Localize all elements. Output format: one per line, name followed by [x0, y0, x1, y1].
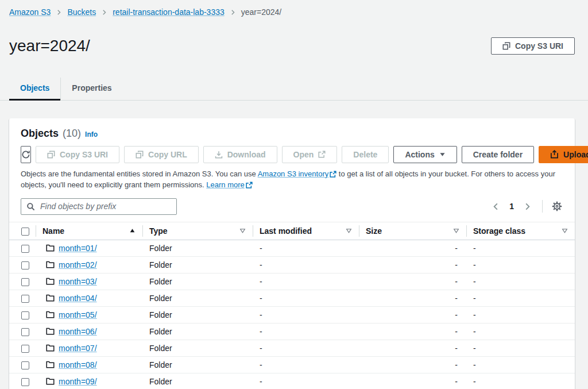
objects-table: Name Type Last modified Size	[9, 222, 575, 389]
caret-down-icon	[439, 151, 446, 157]
folder-icon	[46, 377, 55, 386]
sort-icon	[562, 228, 568, 234]
row-checkbox[interactable]	[21, 245, 29, 253]
upload-icon	[550, 150, 559, 159]
last-modified-cell: -	[253, 323, 359, 340]
create-folder-button[interactable]: Create folder	[462, 146, 534, 163]
size-cell: -	[359, 323, 466, 340]
column-header-name[interactable]: Name	[36, 222, 142, 240]
open-button[interactable]: Open	[282, 146, 338, 163]
row-checkbox[interactable]	[21, 345, 29, 353]
search-input[interactable]	[39, 201, 171, 211]
type-cell: Folder	[142, 373, 253, 389]
divider	[542, 200, 543, 213]
storage-class-cell: -	[466, 323, 575, 340]
table-row: month=02/ Folder - - -	[9, 256, 575, 273]
tab-objects[interactable]: Objects	[9, 78, 60, 100]
copy-icon	[136, 151, 144, 159]
breadcrumb: Amazon S3 Buckets retail-transaction-dat…	[0, 0, 588, 17]
sort-icon	[453, 228, 459, 234]
panel-title: Objects	[21, 128, 59, 140]
type-cell: Folder	[142, 273, 253, 290]
previous-page-button[interactable]	[489, 200, 502, 213]
copy-icon	[47, 151, 55, 159]
folder-icon	[46, 344, 55, 352]
object-link[interactable]: month=06/	[59, 327, 97, 336]
breadcrumb-link-bucket-name[interactable]: retail-transaction-data-lab-3333	[113, 7, 225, 17]
size-cell: -	[359, 373, 466, 389]
gear-icon	[552, 201, 562, 211]
type-cell: Folder	[142, 306, 253, 323]
chevron-right-icon	[230, 9, 236, 16]
pagination: 1	[489, 200, 563, 213]
external-link-icon	[246, 182, 253, 188]
breadcrumb-link-amazon-s3[interactable]: Amazon S3	[9, 7, 51, 17]
row-checkbox[interactable]	[21, 378, 29, 386]
select-all-checkbox[interactable]	[21, 228, 29, 236]
storage-class-cell: -	[466, 373, 575, 389]
download-button[interactable]: Download	[203, 146, 277, 163]
last-modified-cell: -	[253, 273, 359, 290]
info-link[interactable]: Info	[85, 130, 98, 138]
tab-properties[interactable]: Properties	[60, 78, 122, 100]
row-checkbox[interactable]	[21, 311, 29, 319]
column-header-storage-class[interactable]: Storage class	[466, 222, 575, 240]
row-checkbox[interactable]	[21, 295, 29, 303]
upload-button[interactable]: Upload	[539, 146, 588, 163]
page-title: year=2024/	[9, 37, 90, 55]
table-row: month=06/ Folder - - -	[9, 323, 575, 340]
chevron-right-icon	[523, 202, 532, 211]
copy-url-button[interactable]: Copy URL	[124, 146, 199, 163]
storage-class-cell: -	[466, 273, 575, 290]
folder-icon	[46, 244, 55, 252]
copy-s3-uri-button[interactable]: Copy S3 URI	[36, 146, 119, 163]
sort-ascending-icon	[129, 228, 136, 234]
s3-inventory-link[interactable]: Amazon S3 inventory	[258, 170, 337, 178]
search-icon	[26, 202, 35, 211]
actions-button[interactable]: Actions	[393, 146, 457, 163]
object-count: (10)	[63, 128, 81, 140]
last-modified-cell: -	[253, 240, 359, 256]
type-cell: Folder	[142, 356, 253, 373]
current-page[interactable]: 1	[505, 202, 519, 211]
object-link[interactable]: month=08/	[59, 360, 97, 369]
delete-button[interactable]: Delete	[342, 146, 389, 163]
column-header-size[interactable]: Size	[359, 222, 466, 240]
object-link[interactable]: month=07/	[59, 344, 97, 353]
sort-icon	[346, 228, 352, 234]
copy-s3-uri-header-button[interactable]: Copy S3 URI	[491, 37, 575, 55]
next-page-button[interactable]	[521, 200, 534, 213]
sort-icon	[239, 228, 246, 234]
object-link[interactable]: month=09/	[59, 377, 97, 386]
column-header-last-modified[interactable]: Last modified	[253, 222, 359, 240]
row-checkbox[interactable]	[21, 261, 29, 269]
folder-icon	[46, 327, 55, 336]
last-modified-cell: -	[253, 256, 359, 273]
learn-more-link[interactable]: Learn more	[206, 180, 252, 189]
type-cell: Folder	[142, 323, 253, 340]
type-cell: Folder	[142, 290, 253, 306]
object-link[interactable]: month=05/	[59, 310, 97, 319]
object-link[interactable]: month=02/	[59, 260, 97, 269]
folder-icon	[46, 277, 55, 286]
table-row: month=04/ Folder - - -	[9, 290, 575, 306]
download-icon	[215, 151, 223, 159]
chevron-left-icon	[492, 202, 500, 211]
folder-icon	[46, 310, 55, 319]
object-link[interactable]: month=04/	[59, 294, 97, 303]
folder-icon	[46, 294, 55, 302]
column-header-type[interactable]: Type	[142, 222, 253, 240]
object-link[interactable]: month=01/	[59, 244, 97, 253]
row-checkbox[interactable]	[21, 361, 29, 369]
last-modified-cell: -	[253, 290, 359, 306]
object-link[interactable]: month=03/	[59, 277, 97, 286]
row-checkbox[interactable]	[21, 278, 29, 286]
row-checkbox[interactable]	[21, 328, 29, 336]
preferences-button[interactable]	[551, 200, 563, 213]
breadcrumb-link-buckets[interactable]: Buckets	[67, 7, 96, 17]
breadcrumb-current: year=2024/	[241, 7, 281, 17]
refresh-button[interactable]	[21, 146, 31, 163]
size-cell: -	[359, 240, 466, 256]
storage-class-cell: -	[466, 256, 575, 273]
table-row: month=09/ Folder - - -	[9, 373, 575, 389]
